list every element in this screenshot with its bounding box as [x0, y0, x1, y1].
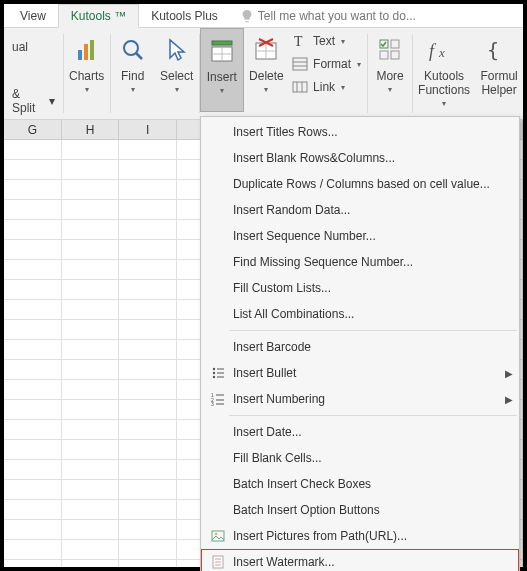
grid-cell[interactable]: [62, 140, 120, 160]
grid-cell[interactable]: [4, 320, 62, 340]
grid-cell[interactable]: [4, 420, 62, 440]
grid-cell[interactable]: [119, 220, 177, 240]
tell-me-search[interactable]: Tell me what you want to do...: [230, 4, 416, 27]
grid-cell[interactable]: [62, 540, 120, 560]
menu-item-insert-barcode[interactable]: Insert Barcode: [201, 334, 519, 360]
grid-cell[interactable]: [62, 440, 120, 460]
column-header[interactable]: H: [62, 120, 120, 139]
grid-cell[interactable]: [4, 460, 62, 480]
grid-cell[interactable]: [62, 500, 120, 520]
menu-item-batch-insert-option-buttons[interactable]: Batch Insert Option Buttons: [201, 497, 519, 523]
grid-cell[interactable]: [4, 280, 62, 300]
menu-item-batch-insert-check-boxes[interactable]: Batch Insert Check Boxes: [201, 471, 519, 497]
grid-cell[interactable]: [62, 560, 120, 567]
link-button[interactable]: Link▾: [291, 77, 361, 97]
find-button[interactable]: Find ▾: [111, 28, 155, 112]
delete-button[interactable]: Delete ▾: [244, 28, 289, 112]
menu-item-insert-sequence-number[interactable]: Insert Sequence Number...: [201, 223, 519, 249]
column-header[interactable]: G: [4, 120, 62, 139]
grid-cell[interactable]: [4, 340, 62, 360]
grid-cell[interactable]: [62, 220, 120, 240]
grid-cell[interactable]: [119, 540, 177, 560]
grid-cell[interactable]: [119, 340, 177, 360]
grid-cell[interactable]: [62, 520, 120, 540]
grid-cell[interactable]: [119, 380, 177, 400]
text-button[interactable]: T Text▾: [291, 31, 361, 51]
grid-cell[interactable]: [4, 560, 62, 567]
grid-cell[interactable]: [4, 260, 62, 280]
grid-cell[interactable]: [4, 180, 62, 200]
grid-cell[interactable]: [119, 520, 177, 540]
charts-button[interactable]: Charts ▾: [64, 28, 110, 112]
grid-cell[interactable]: [119, 560, 177, 567]
grid-cell[interactable]: [4, 380, 62, 400]
grid-cell[interactable]: [119, 320, 177, 340]
more-button[interactable]: More ▾: [368, 28, 412, 112]
grid-cell[interactable]: [62, 420, 120, 440]
menu-item-insert-blank-rows-columns[interactable]: Insert Blank Rows&Columns...: [201, 145, 519, 171]
grid-cell[interactable]: [4, 520, 62, 540]
tab-kutools[interactable]: Kutools ™: [58, 4, 139, 28]
menu-item-insert-date[interactable]: Insert Date...: [201, 419, 519, 445]
column-header[interactable]: I: [119, 120, 177, 139]
grid-cell[interactable]: [119, 200, 177, 220]
grid-cell[interactable]: [119, 460, 177, 480]
grid-cell[interactable]: [119, 300, 177, 320]
insert-button[interactable]: Insert ▾: [200, 28, 244, 112]
menu-item-insert-watermark[interactable]: Insert Watermark...: [201, 549, 519, 571]
menu-item-insert-random-data[interactable]: Insert Random Data...: [201, 197, 519, 223]
grid-cell[interactable]: [119, 160, 177, 180]
grid-cell[interactable]: [4, 400, 62, 420]
grid-cell[interactable]: [119, 480, 177, 500]
grid-cell[interactable]: [119, 400, 177, 420]
grid-cell[interactable]: [62, 300, 120, 320]
select-button[interactable]: Select ▾: [155, 28, 199, 112]
grid-cell[interactable]: [4, 480, 62, 500]
menu-item-insert-numbering[interactable]: 123Insert Numbering▶: [201, 386, 519, 412]
grid-cell[interactable]: [4, 300, 62, 320]
split-button[interactable]: & Split▾: [8, 85, 59, 117]
grid-cell[interactable]: [4, 140, 62, 160]
menu-item-insert-titles-rows[interactable]: Insert Titles Rows...: [201, 119, 519, 145]
formula-helper-button[interactable]: { } Formul Helper: [475, 28, 523, 112]
grid-cell[interactable]: [62, 200, 120, 220]
menu-item-duplicate-rows-columns-based-on-cell-value[interactable]: Duplicate Rows / Columns based on cell v…: [201, 171, 519, 197]
grid-cell[interactable]: [119, 360, 177, 380]
format-button[interactable]: Format▾: [291, 54, 361, 74]
grid-cell[interactable]: [62, 180, 120, 200]
grid-cell[interactable]: [119, 180, 177, 200]
grid-cell[interactable]: [62, 320, 120, 340]
menu-item-list-all-combinations[interactable]: List All Combinations...: [201, 301, 519, 327]
grid-cell[interactable]: [119, 260, 177, 280]
grid-cell[interactable]: [4, 540, 62, 560]
grid-cell[interactable]: [4, 220, 62, 240]
kutools-functions-button[interactable]: fx Kutools Functions ▾: [413, 28, 475, 112]
grid-cell[interactable]: [4, 500, 62, 520]
grid-cell[interactable]: [62, 380, 120, 400]
grid-cell[interactable]: [4, 440, 62, 460]
grid-cell[interactable]: [62, 260, 120, 280]
menu-item-insert-bullet[interactable]: Insert Bullet▶: [201, 360, 519, 386]
grid-cell[interactable]: [4, 240, 62, 260]
ual-partial-button[interactable]: ual: [8, 38, 32, 56]
grid-cell[interactable]: [119, 420, 177, 440]
menu-item-fill-custom-lists[interactable]: Fill Custom Lists...: [201, 275, 519, 301]
menu-item-fill-blank-cells[interactable]: Fill Blank Cells...: [201, 445, 519, 471]
grid-cell[interactable]: [62, 280, 120, 300]
grid-cell[interactable]: [119, 500, 177, 520]
grid-cell[interactable]: [4, 160, 62, 180]
grid-cell[interactable]: [119, 240, 177, 260]
grid-cell[interactable]: [62, 360, 120, 380]
menu-item-insert-pictures-from-path-url[interactable]: Insert Pictures from Path(URL)...: [201, 523, 519, 549]
grid-cell[interactable]: [119, 280, 177, 300]
menu-item-find-missing-sequence-number[interactable]: Find Missing Sequence Number...: [201, 249, 519, 275]
grid-cell[interactable]: [4, 200, 62, 220]
grid-cell[interactable]: [119, 140, 177, 160]
grid-cell[interactable]: [62, 240, 120, 260]
grid-cell[interactable]: [119, 440, 177, 460]
grid-cell[interactable]: [62, 400, 120, 420]
grid-cell[interactable]: [62, 160, 120, 180]
grid-cell[interactable]: [4, 360, 62, 380]
grid-cell[interactable]: [62, 340, 120, 360]
grid-cell[interactable]: [62, 480, 120, 500]
